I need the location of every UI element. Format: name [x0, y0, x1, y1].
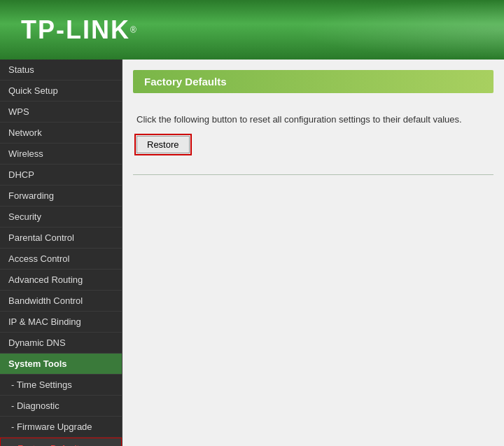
page-title-bar: Factory Defaults — [133, 70, 493, 93]
sidebar-item-network[interactable]: Network — [0, 123, 122, 144]
sidebar-item-firmware-upgrade[interactable]: - Firmware Upgrade — [0, 417, 122, 438]
description-text: Click the following button to reset all … — [136, 114, 490, 125]
sidebar-item-access-control[interactable]: Access Control — [0, 249, 122, 270]
sidebar-item-status[interactable]: Status — [0, 60, 122, 81]
sidebar-item-dhcp[interactable]: DHCP — [0, 165, 122, 186]
logo-trademark: ® — [130, 25, 136, 35]
header: TP-LINK® — [0, 0, 504, 60]
sidebar: StatusQuick SetupWPSNetworkWirelessDHCPF… — [0, 60, 122, 446]
sidebar-item-dynamic-dns[interactable]: Dynamic DNS — [0, 333, 122, 354]
sidebar-item-wps[interactable]: WPS — [0, 102, 122, 123]
logo: TP-LINK — [21, 15, 130, 45]
content-area: Click the following button to reset all … — [122, 107, 504, 160]
sidebar-item-system-tools[interactable]: System Tools — [0, 354, 122, 375]
sidebar-item-parental-control[interactable]: Parental Control — [0, 228, 122, 249]
sidebar-item-wireless[interactable]: Wireless — [0, 144, 122, 165]
main-layout: StatusQuick SetupWPSNetworkWirelessDHCPF… — [0, 60, 504, 446]
sidebar-item-time-settings[interactable]: - Time Settings — [0, 375, 122, 396]
sidebar-item-advanced-routing[interactable]: Advanced Routing — [0, 270, 122, 291]
sidebar-item-forwarding[interactable]: Forwarding — [0, 186, 122, 207]
main-content: Factory Defaults Click the following but… — [122, 60, 504, 446]
sidebar-item-ip-mac-binding[interactable]: IP & MAC Binding — [0, 312, 122, 333]
sidebar-item-factory-defaults[interactable]: - Factory Defaults — [0, 438, 122, 446]
sidebar-item-diagnostic[interactable]: - Diagnostic — [0, 396, 122, 417]
restore-button[interactable]: Restore — [136, 136, 190, 153]
sidebar-item-bandwidth-control[interactable]: Bandwidth Control — [0, 291, 122, 312]
page-title: Factory Defaults — [144, 76, 227, 88]
sidebar-item-quick-setup[interactable]: Quick Setup — [0, 81, 122, 102]
sidebar-item-security[interactable]: Security — [0, 207, 122, 228]
divider — [133, 174, 493, 175]
